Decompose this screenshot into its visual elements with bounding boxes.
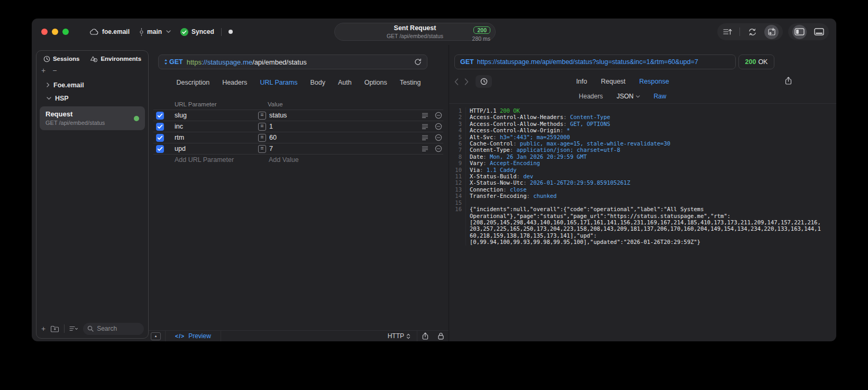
remove-param-icon[interactable] <box>435 134 442 141</box>
chevron-down-icon <box>47 97 51 100</box>
share-icon[interactable] <box>422 332 428 340</box>
param-value-field[interactable]: 7 <box>269 145 422 152</box>
sent-request-pill[interactable]: Sent Request GET /api/embed/status 200 2… <box>334 23 496 41</box>
line-content: Transfer-Encoding: chunked <box>470 193 556 199</box>
remove-param-icon[interactable] <box>435 145 442 152</box>
sent-request-text: Sent Request GET /api/embed/status <box>387 25 443 39</box>
request-list-item-selected[interactable]: Request GET /api/embed/status <box>40 106 145 130</box>
request-footer: ▲ </> Preview HTTP <box>149 330 449 341</box>
tree-item-hsp[interactable]: HSP <box>40 92 145 105</box>
multiline-value-icon[interactable] <box>422 124 428 130</box>
multiline-value-icon[interactable] <box>422 113 428 119</box>
left-panel-toggle-icon[interactable] <box>792 25 807 39</box>
status-code-badge: 200 <box>473 26 490 34</box>
response-nav: InfoRequestResponse <box>449 75 836 88</box>
tab-sessions[interactable]: Sessions <box>43 56 80 62</box>
chevron-right-icon <box>47 83 50 87</box>
sort-filter-icon[interactable] <box>69 326 78 331</box>
loop-arrows-icon[interactable] <box>746 26 758 38</box>
minus-icon[interactable]: − <box>52 67 57 74</box>
line-number: 8 <box>453 153 466 160</box>
chevron-down-icon <box>166 30 171 33</box>
param-value-field[interactable]: status <box>269 112 422 119</box>
collapse-panel-icon[interactable]: ▲ <box>151 332 161 340</box>
param-enabled-checkbox[interactable] <box>156 134 164 142</box>
line-content: Date: Mon, 26 Jan 2026 20:29:59 GMT <box>470 153 587 160</box>
tab-environments[interactable]: Environments <box>90 56 141 62</box>
toolbar-separator <box>739 28 740 36</box>
line-content: X-Status-Build: dev <box>470 173 533 179</box>
multiline-value-icon[interactable] <box>422 135 428 141</box>
tab-response[interactable]: Response <box>639 78 669 85</box>
traffic-lights <box>39 29 69 35</box>
protocol-selector[interactable]: HTTP <box>388 332 410 340</box>
remove-param-icon[interactable] <box>435 123 442 130</box>
bottom-panel-toggle-icon[interactable] <box>813 26 825 38</box>
tree-item-foe-email[interactable]: Foe.email <box>40 78 145 92</box>
zoom-button[interactable] <box>62 29 69 35</box>
subtab-headers[interactable]: Headers <box>579 93 602 100</box>
param-enabled-checkbox[interactable] <box>156 123 164 131</box>
response-url: https://statuspage.me/api/embed/status?s… <box>477 58 698 66</box>
request-status-dot <box>134 116 139 121</box>
new-folder-icon[interactable] <box>50 325 59 332</box>
preview-button[interactable]: </> Preview <box>175 332 211 340</box>
footer-separator <box>221 331 221 341</box>
branch-switcher[interactable]: main <box>139 28 171 36</box>
sent-url-field[interactable]: GET https://statuspage.me/api/embed/stat… <box>454 55 736 69</box>
tab-testing[interactable]: Testing <box>400 79 421 86</box>
sent-request-title: Sent Request <box>387 25 443 32</box>
param-enabled-checkbox[interactable] <box>156 112 164 120</box>
project-switcher[interactable]: foe.email <box>90 28 130 35</box>
tab-headers[interactable]: Headers <box>222 79 247 86</box>
line-content: X-Status-Now-Utc: 2026-01-26T20:29:59.85… <box>470 179 630 186</box>
response-status-code: 200 <box>745 58 756 66</box>
response-line: 10Via: 1.1 Caddy <box>453 167 834 173</box>
resend-icon[interactable] <box>414 58 422 66</box>
tab-auth[interactable]: Auth <box>338 79 352 86</box>
export-response-icon[interactable] <box>785 77 792 85</box>
sync-status[interactable]: Synced <box>180 28 214 36</box>
tab-body[interactable]: Body <box>310 79 325 86</box>
subtab-raw[interactable]: Raw <box>654 93 666 100</box>
request-order-icon[interactable] <box>721 26 733 38</box>
param-name-field[interactable]: inc <box>175 123 258 130</box>
add-request-icon[interactable]: + <box>41 325 45 332</box>
tab-info[interactable]: Info <box>576 78 587 85</box>
sync-status-label: Synced <box>191 28 214 35</box>
plus-icon[interactable]: + <box>41 67 45 74</box>
request-url-bar[interactable]: GET https://statuspage.me/api/embed/stat… <box>158 55 427 69</box>
preview-label: Preview <box>188 332 211 340</box>
import-export-icon[interactable] <box>764 25 779 39</box>
response-line: 1HTTP/1.1 200 OK <box>453 107 834 114</box>
param-name-field[interactable]: upd <box>175 145 258 152</box>
response-line: 5Alt-Svc: h3=":443"; ma=2592000 <box>453 134 834 140</box>
param-name-field[interactable]: slug <box>175 112 258 119</box>
column-header-value: Value <box>268 101 283 107</box>
param-value-field[interactable]: 60 <box>269 134 422 141</box>
minimize-button[interactable] <box>52 29 58 35</box>
add-param-value-placeholder[interactable]: Add Value <box>269 156 443 164</box>
tab-options[interactable]: Options <box>364 79 387 86</box>
toolbar-group-panels <box>788 23 829 40</box>
method-selector[interactable]: GET <box>164 58 183 66</box>
footer-separator <box>417 331 417 341</box>
tab-url-params[interactable]: URL Params <box>260 79 297 86</box>
param-name-field[interactable]: rtm <box>175 134 258 141</box>
close-button[interactable] <box>41 29 48 35</box>
tab-description[interactable]: Description <box>177 79 210 86</box>
response-body[interactable]: 1HTTP/1.1 200 OK2Access-Control-Allow-He… <box>449 104 836 246</box>
search-input[interactable]: Search <box>83 323 144 335</box>
lock-icon[interactable] <box>438 332 444 340</box>
subtab-json[interactable]: JSON <box>617 93 640 100</box>
param-enabled-checkbox[interactable] <box>156 145 164 153</box>
add-param-name-placeholder[interactable]: Add URL Parameter <box>175 156 258 164</box>
tree-item-label: HSP <box>55 95 69 102</box>
tab-request[interactable]: Request <box>601 78 626 85</box>
param-value-field[interactable]: 1 <box>269 123 422 130</box>
branch-name: main <box>147 28 162 35</box>
param-row: inc=1 <box>153 121 443 132</box>
remove-param-icon[interactable] <box>435 112 442 119</box>
line-number: 10 <box>453 167 466 173</box>
multiline-value-icon[interactable] <box>422 146 428 152</box>
